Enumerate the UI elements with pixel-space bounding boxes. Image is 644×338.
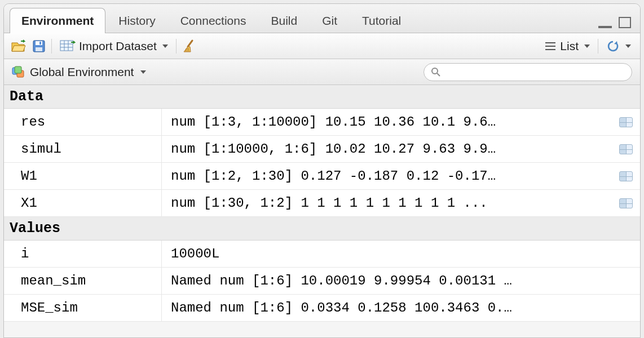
- open-icon[interactable]: [11, 39, 27, 53]
- data-grid-icon[interactable]: [619, 117, 633, 127]
- environment-scope-button[interactable]: Global Environment: [12, 65, 146, 79]
- svg-line-22: [437, 73, 440, 76]
- tab-tutorial[interactable]: Tutorial: [350, 8, 413, 33]
- scope-bar: Global Environment: [4, 59, 640, 85]
- var-value: num [1:2, 1:30] 0.127 -0.187 0.12 -0.17…: [162, 163, 612, 189]
- svg-rect-3: [36, 41, 42, 45]
- data-grid-icon[interactable]: [619, 144, 633, 154]
- search-icon: [431, 67, 441, 77]
- env-row[interactable]: mean_sim Named num [1:6] 10.00019 9.9995…: [4, 268, 640, 295]
- chevron-down-icon: [584, 45, 590, 48]
- data-grid-icon[interactable]: [619, 171, 633, 181]
- var-value: num [1:3, 1:10000] 10.15 10.36 10.1 9.6…: [162, 109, 612, 135]
- grid-import-icon: [60, 40, 76, 52]
- window-controls: [598, 17, 634, 33]
- env-row[interactable]: X1 num [1:30, 1:2] 1 1 1 1 1 1 1 1 1 1 .…: [4, 190, 640, 217]
- search-input[interactable]: [445, 65, 625, 78]
- env-row[interactable]: W1 num [1:2, 1:30] 0.127 -0.187 0.12 -0.…: [4, 163, 640, 190]
- svg-point-21: [432, 68, 438, 74]
- minimize-icon[interactable]: [598, 20, 613, 28]
- import-dataset-button[interactable]: Import Dataset: [58, 38, 170, 54]
- search-box[interactable]: [424, 63, 632, 81]
- env-row[interactable]: simul num [1:10000, 1:6] 10.02 10.27 9.6…: [4, 136, 640, 163]
- tab-strip: Environment History Connections Build Gi…: [4, 4, 640, 33]
- tab-environment[interactable]: Environment: [10, 8, 105, 33]
- data-grid-icon[interactable]: [619, 198, 633, 208]
- var-name: W1: [4, 163, 162, 189]
- list-icon: [544, 41, 557, 51]
- refresh-icon: [606, 39, 620, 53]
- var-value: num [1:10000, 1:6] 10.02 10.27 9.63 9.9…: [162, 136, 612, 162]
- svg-rect-20: [15, 66, 21, 73]
- svg-line-11: [188, 41, 192, 47]
- chevron-down-icon: [625, 45, 631, 48]
- tab-connections[interactable]: Connections: [169, 8, 258, 33]
- chevron-down-icon: [140, 70, 146, 74]
- svg-rect-4: [36, 47, 42, 51]
- save-icon[interactable]: [32, 39, 46, 53]
- tab-git[interactable]: Git: [310, 8, 349, 33]
- view-mode-label: List: [560, 39, 579, 53]
- environment-scope-label: Global Environment: [30, 65, 134, 79]
- var-value: num [1:30, 1:2] 1 1 1 1 1 1 1 1 1 1 ...: [162, 190, 612, 216]
- env-row[interactable]: MSE_sim Named num [1:6] 0.0334 0.1258 10…: [4, 295, 640, 322]
- broom-icon[interactable]: [182, 39, 197, 54]
- env-row[interactable]: res num [1:3, 1:10000] 10.15 10.36 10.1 …: [4, 109, 640, 136]
- tab-build[interactable]: Build: [259, 8, 309, 33]
- refresh-button[interactable]: [604, 38, 633, 54]
- var-value: Named num [1:6] 10.00019 9.99954 0.00131…: [162, 268, 612, 294]
- var-name: i: [4, 241, 162, 267]
- svg-rect-5: [39, 42, 41, 45]
- var-value: Named num [1:6] 0.0334 0.1258 100.3463 0…: [162, 295, 612, 321]
- svg-rect-1: [619, 17, 630, 28]
- section-values-header: Values: [4, 217, 640, 241]
- var-name: X1: [4, 190, 162, 216]
- svg-rect-0: [598, 26, 612, 28]
- import-dataset-label: Import Dataset: [79, 39, 157, 53]
- var-value: 10000L: [162, 241, 612, 267]
- maximize-icon[interactable]: [619, 17, 631, 28]
- var-name: mean_sim: [4, 268, 162, 294]
- tab-history[interactable]: History: [107, 8, 167, 33]
- env-row[interactable]: i 10000L: [4, 241, 640, 268]
- environment-list: Data res num [1:3, 1:10000] 10.15 10.36 …: [4, 85, 640, 322]
- view-mode-button[interactable]: List: [542, 38, 592, 54]
- scope-icon: [12, 66, 25, 78]
- svg-rect-6: [60, 41, 73, 51]
- var-name: simul: [4, 136, 162, 162]
- environment-panel: Environment History Connections Build Gi…: [3, 3, 641, 338]
- environment-toolbar: Import Dataset List: [4, 33, 640, 59]
- var-name: MSE_sim: [4, 295, 162, 321]
- section-data-header: Data: [4, 85, 640, 109]
- chevron-down-icon: [162, 45, 168, 48]
- var-name: res: [4, 109, 162, 135]
